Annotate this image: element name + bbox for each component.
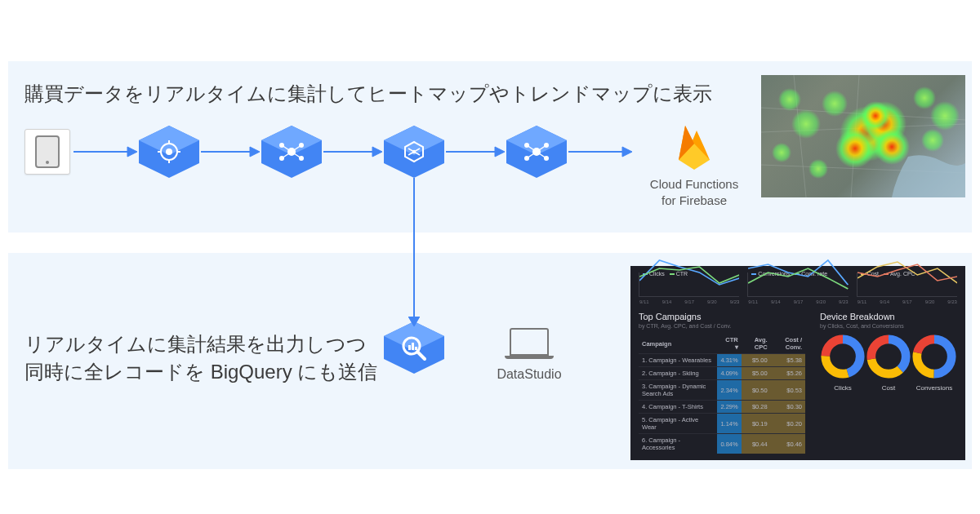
gcp-hex-4: [506, 126, 567, 178]
tablet-icon: [35, 135, 60, 168]
arrow-3: [323, 145, 382, 158]
donut-cost: [866, 334, 911, 379]
table-row: 3. Campaign - Dynamic Search Ads2.34%$0.…: [639, 380, 805, 401]
svg-point-64: [913, 86, 936, 109]
firebase-flame-icon: [672, 119, 716, 171]
datastudio-block: DataStudio: [488, 328, 570, 382]
dash-top-campaigns: Top Campaigns by CTR, Avg. CPC, and Cost…: [639, 312, 805, 454]
svg-point-25: [412, 150, 416, 153]
gcp-hex-bigquery: [384, 321, 444, 374]
svg-point-66: [808, 159, 828, 179]
top-panel-headline: 購買データをリアルタイムに集計してヒートマップやトレンドマップに表示: [24, 80, 712, 108]
dash-chart-cost: CostAvg. CPC 9/119/149/179/209/23: [857, 273, 957, 297]
svg-marker-47: [250, 147, 260, 157]
gcp-hex-1: [139, 126, 199, 178]
svg-point-70: [835, 129, 875, 168]
svg-point-61: [791, 109, 821, 139]
dash-chart-conversions: ConversionsConv. rate 9/119/149/179/209/…: [747, 273, 848, 297]
bottom-panel-headline: リアルタイムに集計結果を出力しつつ 同時に全レコードを BigQuery にも送…: [24, 330, 377, 385]
table-row: 4. Campaign - T-Shirts2.29%$0.28$0.30: [639, 401, 805, 414]
arrow-4: [446, 145, 505, 158]
dash-chart-clicks: ClicksCTR 9/119/149/179/209/23: [639, 273, 739, 297]
arrow-1: [74, 145, 137, 158]
gcp-hex-2: [261, 126, 322, 178]
svg-point-4: [166, 148, 172, 155]
svg-point-65: [930, 101, 960, 131]
svg-point-71: [874, 129, 910, 165]
arrow-2: [201, 145, 260, 158]
heatmap-image: [761, 75, 965, 197]
svg-point-60: [778, 88, 801, 111]
svg-rect-42: [412, 343, 414, 350]
table-row: 6. Campaign - Accessories0.84%$0.44$0.46: [639, 434, 805, 454]
svg-point-62: [772, 143, 791, 162]
laptop-icon: [510, 328, 549, 356]
firebase-label: Cloud Functions for Firebase: [637, 176, 751, 210]
svg-point-67: [921, 129, 944, 152]
gcp-hex-3: [384, 126, 444, 178]
svg-marker-49: [372, 147, 382, 157]
svg-marker-53: [622, 147, 632, 157]
table-row: 1. Campaign - Wearables4.31%$5.00$5.38: [639, 354, 805, 367]
svg-rect-43: [415, 347, 417, 350]
donut-conversions: [911, 334, 957, 379]
table-row: 2. Campaign - Skiing4.09%$5.00$5.26: [639, 367, 805, 380]
svg-marker-54: [408, 317, 420, 326]
svg-marker-45: [127, 147, 137, 157]
vertical-connector: [413, 178, 415, 321]
svg-marker-51: [495, 147, 505, 157]
arrow-5: [568, 145, 632, 158]
dash-device-breakdown: Device Breakdown by Clicks, Cost, and Co…: [820, 312, 957, 454]
svg-rect-41: [408, 345, 411, 350]
datastudio-label: DataStudio: [488, 367, 570, 382]
svg-point-63: [822, 91, 848, 117]
dashboard-image: ClicksCTR 9/119/149/179/209/23 Conversio…: [630, 266, 965, 460]
device-source-box: [24, 129, 70, 175]
svg-point-72: [861, 101, 890, 131]
donut-clicks: [820, 334, 866, 379]
table-row: 5. Campaign - Active Wear1.14%$0.19$0.20: [639, 414, 805, 434]
arrow-down: [408, 317, 420, 328]
firebase-block: Cloud Functions for Firebase: [637, 119, 751, 210]
